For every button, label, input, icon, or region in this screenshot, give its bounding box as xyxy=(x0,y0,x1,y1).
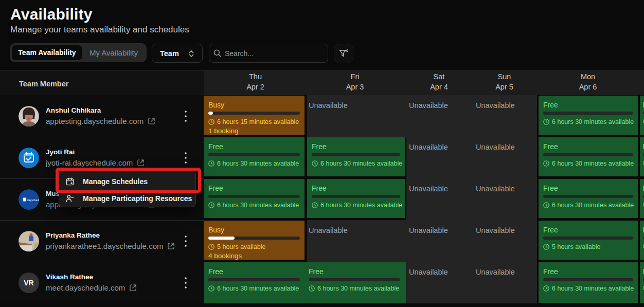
svg-text:dayschedule: dayschedule xyxy=(27,198,40,201)
